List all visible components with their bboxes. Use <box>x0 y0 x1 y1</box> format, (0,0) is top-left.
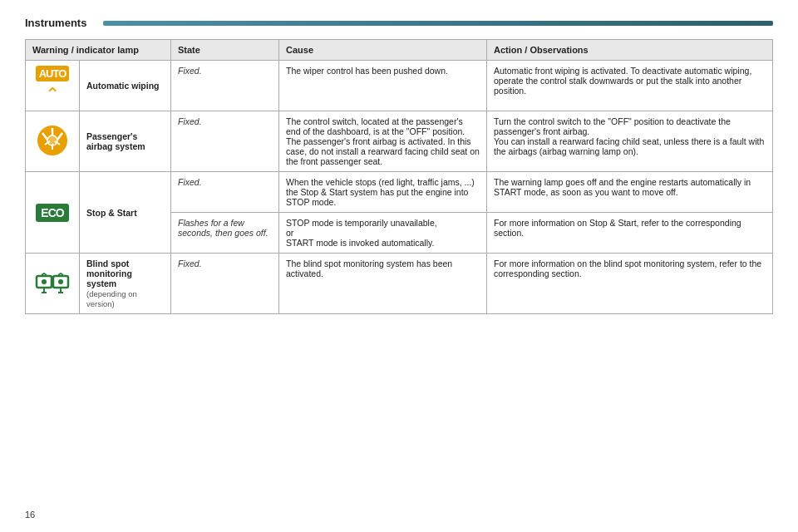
warning-table: Warning / indicator lamp State Cause Act… <box>25 39 773 314</box>
page-title: Instruments <box>25 17 86 29</box>
airbag-icon <box>37 125 68 156</box>
lamp-sub-blind-spot: (depending on version) <box>86 289 137 308</box>
col-header-lamp: Warning / indicator lamp <box>26 40 171 61</box>
svg-point-11 <box>58 279 63 284</box>
lamp-name-airbag: Passenger's airbag system <box>80 111 171 172</box>
cause-blind-spot-1: The blind spot monitoring system has bee… <box>279 254 487 314</box>
icon-cell-blind-spot <box>26 254 80 314</box>
header-bar <box>103 21 773 26</box>
eco-icon: ECO <box>36 204 68 222</box>
icon-cell-eco: ECO <box>26 172 80 254</box>
state-stop-start-2: Flashes for a few seconds, then goes off… <box>171 213 279 254</box>
action-stop-start-1: The warning lamp goes off and the engine… <box>487 172 773 213</box>
wiper-symbol: ⌃ <box>32 84 72 106</box>
cause-airbag-1: The control switch, located at the passe… <box>279 111 487 172</box>
lamp-name-blind-spot: Blind spot monitoring system (depending … <box>80 254 171 314</box>
table-header-row: Warning / indicator lamp State Cause Act… <box>26 40 773 61</box>
table-row: Passenger's airbag system Fixed. The con… <box>26 111 773 172</box>
svg-point-10 <box>42 279 47 284</box>
action-airbag-1: Turn the control switch to the "OFF" pos… <box>487 111 773 172</box>
state-stop-start-1: Fixed. <box>171 172 279 213</box>
lamp-name-auto-wiper: Automatic wiping <box>80 61 171 111</box>
action-auto-wiper-1: Automatic front wiping is activated. To … <box>487 61 773 111</box>
state-airbag-1: Fixed. <box>171 111 279 172</box>
lamp-name-stop-start: Stop & Start <box>80 172 171 254</box>
table-row: ECO Stop & Start Fixed. When the vehicle… <box>26 172 773 213</box>
table-row: AUTO ⌃ Automatic wiping Fixed. The wiper… <box>26 61 773 111</box>
action-blind-spot-1: For more information on the blind spot m… <box>487 254 773 314</box>
col-header-action: Action / Observations <box>487 40 773 61</box>
col-header-cause: Cause <box>279 40 487 61</box>
cause-stop-start-2: STOP mode is temporarily unavailable, or… <box>279 213 487 254</box>
action-stop-start-2: For more information on Stop & Start, re… <box>487 213 773 254</box>
cause-auto-wiper-1: The wiper control has been pushed down. <box>279 61 487 111</box>
page-header: Instruments <box>25 17 773 29</box>
col-header-state: State <box>171 40 279 61</box>
blind-spot-icon <box>35 268 70 298</box>
table-row: Blind spot monitoring system (depending … <box>26 254 773 314</box>
cause-stop-start-1: When the vehicle stops (red light, traff… <box>279 172 487 213</box>
icon-cell-auto-wiper: AUTO ⌃ <box>26 61 80 111</box>
auto-wiper-icon: AUTO <box>36 66 70 81</box>
state-auto-wiper-1: Fixed. <box>171 61 279 111</box>
state-blind-spot-1: Fixed. <box>171 254 279 314</box>
icon-cell-airbag <box>26 111 80 172</box>
